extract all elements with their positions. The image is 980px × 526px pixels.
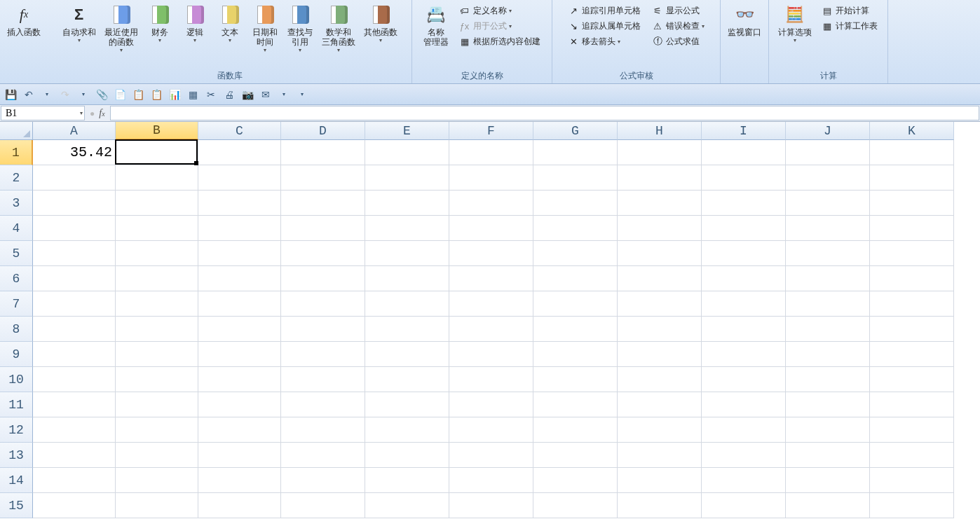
- cell-D7[interactable]: [281, 291, 365, 317]
- cell-K1[interactable]: [870, 140, 954, 165]
- cell-I12[interactable]: [702, 417, 786, 443]
- row-header-9[interactable]: 9: [0, 342, 33, 367]
- cell-I15[interactable]: [702, 493, 786, 518]
- row-header-6[interactable]: 6: [0, 266, 33, 291]
- cell-A13[interactable]: [33, 443, 116, 468]
- insert-function-button[interactable]: fx 插入函数: [3, 1, 45, 47]
- cell-E1[interactable]: [365, 140, 449, 165]
- cell-G5[interactable]: [533, 241, 618, 266]
- cell-G15[interactable]: [533, 493, 618, 518]
- cell-J9[interactable]: [786, 342, 870, 367]
- undo-button[interactable]: ↶: [21, 87, 36, 102]
- row-header-14[interactable]: 14: [0, 468, 33, 493]
- cell-B6[interactable]: [116, 266, 198, 291]
- cell-E8[interactable]: [365, 317, 449, 342]
- cell-D15[interactable]: [281, 493, 365, 518]
- row-header-10[interactable]: 10: [0, 367, 33, 392]
- cell-I14[interactable]: [702, 468, 786, 493]
- name-box[interactable]: B1 ▾: [1, 106, 85, 120]
- datetime-button[interactable]: 日期和 时间 ▾: [247, 1, 283, 63]
- cell-D2[interactable]: [281, 165, 365, 191]
- cell-D5[interactable]: [281, 241, 365, 266]
- cell-F4[interactable]: [449, 216, 533, 241]
- cell-B1[interactable]: [116, 140, 198, 165]
- cell-K9[interactable]: [870, 342, 954, 367]
- cell-G8[interactable]: [533, 317, 618, 342]
- redo-button[interactable]: ↷: [57, 87, 73, 102]
- fx-button[interactable]: fx: [99, 108, 104, 119]
- cell-F5[interactable]: [449, 241, 533, 266]
- mathtrig-button[interactable]: 数学和 三角函数 ▾: [318, 1, 360, 63]
- cell-B12[interactable]: [116, 417, 198, 443]
- cell-I10[interactable]: [702, 367, 786, 392]
- cell-C10[interactable]: [198, 367, 281, 392]
- cell-E10[interactable]: [365, 367, 449, 392]
- remove-arrows-button[interactable]: ✕ 移去箭头 ▾: [565, 34, 644, 49]
- cell-E11[interactable]: [365, 392, 449, 417]
- define-name-button[interactable]: 🏷 定义名称 ▾: [456, 3, 543, 18]
- cut-button[interactable]: ✂: [203, 87, 219, 102]
- cell-G10[interactable]: [533, 367, 618, 392]
- qat-dd-3[interactable]: ▾: [276, 87, 292, 102]
- cell-A8[interactable]: [33, 317, 116, 342]
- customize-qat-button[interactable]: ▾: [294, 87, 310, 102]
- cell-A10[interactable]: [33, 367, 116, 392]
- cell-G3[interactable]: [533, 191, 618, 216]
- cell-I6[interactable]: [702, 266, 786, 291]
- cell-E6[interactable]: [365, 266, 449, 291]
- cell-A3[interactable]: [33, 191, 116, 216]
- qat-dd-1[interactable]: ▾: [39, 87, 55, 102]
- cell-K10[interactable]: [870, 367, 954, 392]
- cells-area[interactable]: 35.42: [33, 140, 980, 526]
- cell-A1[interactable]: 35.42: [33, 140, 116, 165]
- row-header-3[interactable]: 3: [0, 191, 33, 216]
- cell-K14[interactable]: [870, 468, 954, 493]
- cell-F9[interactable]: [449, 342, 533, 367]
- row-header-2[interactable]: 2: [0, 165, 33, 191]
- cell-J15[interactable]: [786, 493, 870, 518]
- evaluate-formula-button[interactable]: ⓕ 公式求值: [649, 34, 707, 49]
- cell-G2[interactable]: [533, 165, 618, 191]
- column-header-D[interactable]: D: [281, 122, 365, 140]
- table-button[interactable]: ▦: [185, 87, 200, 102]
- cell-H12[interactable]: [618, 417, 702, 443]
- cell-F12[interactable]: [449, 417, 533, 443]
- cell-C12[interactable]: [198, 417, 281, 443]
- cell-F15[interactable]: [449, 493, 533, 518]
- text-button[interactable]: 文本 ▾: [212, 1, 247, 53]
- cell-B9[interactable]: [116, 342, 198, 367]
- column-header-J[interactable]: J: [786, 122, 870, 140]
- cell-A14[interactable]: [33, 468, 116, 493]
- cell-J10[interactable]: [786, 367, 870, 392]
- autosum-button[interactable]: Σ 自动求和 ▾: [58, 1, 100, 53]
- cell-H3[interactable]: [618, 191, 702, 216]
- cell-C15[interactable]: [198, 493, 281, 518]
- cell-J3[interactable]: [786, 191, 870, 216]
- cell-G6[interactable]: [533, 266, 618, 291]
- cell-B14[interactable]: [116, 468, 198, 493]
- column-header-K[interactable]: K: [870, 122, 954, 140]
- cell-E14[interactable]: [365, 468, 449, 493]
- cell-C11[interactable]: [198, 392, 281, 417]
- cell-I2[interactable]: [702, 165, 786, 191]
- watch-window-button[interactable]: 👓 监视窗口: [723, 1, 765, 47]
- cell-H6[interactable]: [618, 266, 702, 291]
- cell-K7[interactable]: [870, 291, 954, 317]
- cell-G7[interactable]: [533, 291, 618, 317]
- row-header-15[interactable]: 15: [0, 493, 33, 518]
- cell-B2[interactable]: [116, 165, 198, 191]
- column-header-C[interactable]: C: [198, 122, 281, 140]
- row-header-1[interactable]: 1: [0, 140, 33, 165]
- cell-A15[interactable]: [33, 493, 116, 518]
- cell-H9[interactable]: [618, 342, 702, 367]
- cell-G14[interactable]: [533, 468, 618, 493]
- qat-dd-2[interactable]: ▾: [76, 87, 91, 102]
- column-header-G[interactable]: G: [533, 122, 618, 140]
- cell-D13[interactable]: [281, 443, 365, 468]
- financial-button[interactable]: 财务 ▾: [142, 1, 177, 53]
- cell-C6[interactable]: [198, 266, 281, 291]
- cell-B15[interactable]: [116, 493, 198, 518]
- cell-C1[interactable]: [198, 140, 281, 165]
- cell-C9[interactable]: [198, 342, 281, 367]
- cell-F7[interactable]: [449, 291, 533, 317]
